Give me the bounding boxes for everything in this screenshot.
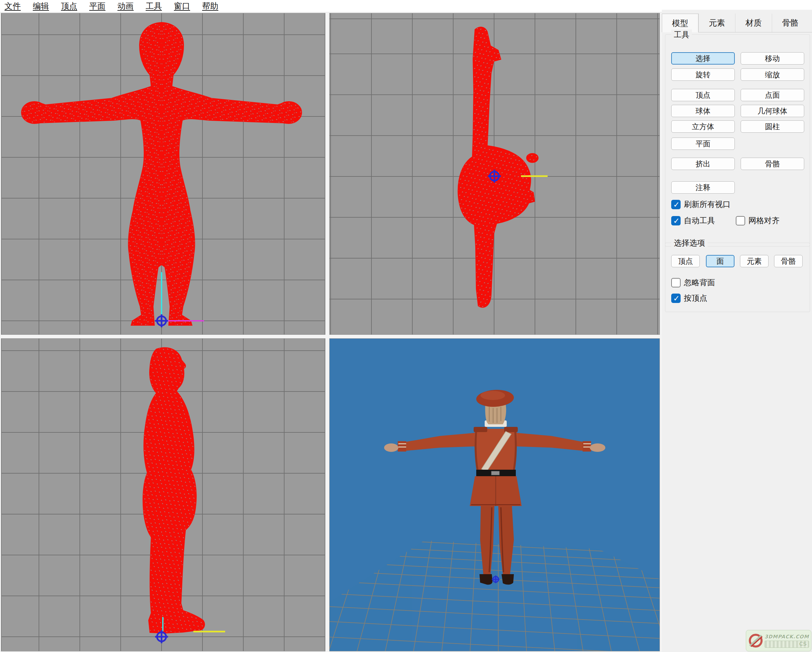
tool-plane-button[interactable]: 平面 xyxy=(671,137,735,150)
top-wireframe-model xyxy=(330,13,660,335)
side-panel: 模型 元素 材质 骨骼 工具 选择 移动 旋转 缩放 顶点 点面 球体 几何球体… xyxy=(662,10,812,652)
watermark: 3DMPACK.COM CS xyxy=(746,630,811,651)
tool-cylinder-button[interactable]: 圆柱 xyxy=(740,121,804,133)
watermark-logo-icon xyxy=(748,632,763,649)
select-mode-vertex-button[interactable]: 顶点 xyxy=(671,255,700,267)
shaded-3d-model xyxy=(330,339,660,651)
viewport-side[interactable] xyxy=(1,338,325,651)
menu-edit[interactable]: 编辑 xyxy=(33,1,49,11)
tool-geosphere-button[interactable]: 几何球体 xyxy=(740,105,804,117)
selection-options-title: 选择选项 xyxy=(671,238,708,248)
tool-select-button[interactable]: 选择 xyxy=(671,52,735,64)
tool-face-button[interactable]: 点面 xyxy=(740,89,804,101)
tab-materials[interactable]: 材质 xyxy=(735,14,772,32)
tools-group-title: 工具 xyxy=(671,29,692,40)
checkbox-icon[interactable] xyxy=(736,216,745,226)
tool-box-button[interactable]: 立方体 xyxy=(671,121,735,133)
ignore-backfaces-checkbox[interactable]: 忽略背面 xyxy=(671,277,715,288)
select-mode-group-button[interactable]: 元素 xyxy=(740,255,769,267)
select-mode-face-button[interactable]: 面 xyxy=(706,255,734,267)
menu-help[interactable]: 帮助 xyxy=(202,1,218,11)
tab-groups[interactable]: 元素 xyxy=(699,14,735,32)
checkbox-icon[interactable] xyxy=(671,200,681,209)
by-vertex-checkbox[interactable]: 按顶点 xyxy=(671,293,707,304)
side-wireframe-model xyxy=(1,339,325,651)
tool-rotate-button[interactable]: 旋转 xyxy=(671,69,735,81)
tool-scale-button[interactable]: 缩放 xyxy=(740,69,804,81)
checkbox-label: 自动工具 xyxy=(684,215,715,226)
origin-marker xyxy=(155,314,168,327)
application-window: 文件 编辑 顶点 平面 动画 工具 窗口 帮助 xyxy=(0,0,812,652)
select-mode-joint-button[interactable]: 骨骼 xyxy=(774,255,803,267)
tool-extrude-button[interactable]: 挤出 xyxy=(671,158,735,170)
menu-window[interactable]: 窗口 xyxy=(174,1,190,11)
menu-animate[interactable]: 动画 xyxy=(118,1,134,11)
checkbox-icon[interactable] xyxy=(671,216,681,226)
viewport-front[interactable] xyxy=(1,13,325,335)
menu-face[interactable]: 平面 xyxy=(89,1,105,11)
floor-grid xyxy=(330,533,660,651)
viewport-top[interactable] xyxy=(329,13,660,335)
auto-tool-checkbox[interactable]: 自动工具 xyxy=(671,215,715,226)
tool-sphere-button[interactable]: 球体 xyxy=(671,105,735,117)
checkbox-icon[interactable] xyxy=(671,278,681,287)
redraw-all-viewports-checkbox[interactable]: 刷新所有视口 xyxy=(671,199,731,210)
checkbox-label: 刷新所有视口 xyxy=(684,199,731,209)
menu-tools[interactable]: 工具 xyxy=(146,1,162,11)
tool-vertex-button[interactable]: 顶点 xyxy=(671,89,735,101)
watermark-badge: CS xyxy=(765,641,809,648)
menu-file[interactable]: 文件 xyxy=(5,1,21,11)
watermark-site-text: 3DMPACK.COM xyxy=(765,634,809,640)
viewport-3d[interactable] xyxy=(329,338,660,651)
grid-snap-checkbox[interactable]: 网格对齐 xyxy=(736,215,780,226)
tool-joint-button[interactable]: 骨骼 xyxy=(740,158,804,170)
tool-comment-button[interactable]: 注释 xyxy=(671,181,735,194)
character-model xyxy=(384,389,605,585)
checkbox-label: 网格对齐 xyxy=(748,215,780,226)
selection-options-group: 选择选项 顶点 面 元素 骨骼 忽略背面 按顶点 xyxy=(665,243,810,312)
tools-group: 工具 选择 移动 旋转 缩放 顶点 点面 球体 几何球体 立方体 圆柱 平面 挤… xyxy=(665,34,810,247)
tool-move-button[interactable]: 移动 xyxy=(740,52,804,64)
checkbox-label: 忽略背面 xyxy=(684,277,715,288)
front-wireframe-model xyxy=(1,13,325,335)
checkbox-icon[interactable] xyxy=(671,293,681,303)
tab-joints[interactable]: 骨骼 xyxy=(772,14,809,32)
checkbox-label: 按顶点 xyxy=(684,293,707,303)
menu-vertex[interactable]: 顶点 xyxy=(61,1,77,11)
